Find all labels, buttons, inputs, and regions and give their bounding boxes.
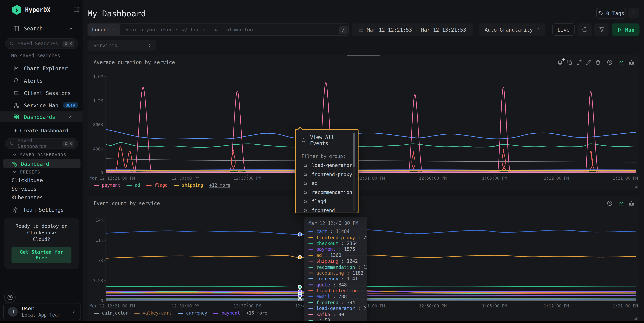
x-tick-label: 1:12:00 PM — [544, 176, 569, 180]
legend-item-ad[interactable]: ad — [126, 182, 140, 188]
query-language-select[interactable]: Lucene — [88, 24, 120, 35]
sidebar-item-dashboards[interactable]: Dashboards — [0, 111, 82, 122]
tooltip-series-name: frontend — [316, 300, 338, 305]
search-icon — [303, 172, 308, 177]
time-range-picker[interactable]: Mar 12 12:21:53 - Mar 12 13:21:53 — [352, 24, 473, 36]
y-tick-mark — [104, 77, 106, 77]
logo-text: HyperDX — [25, 6, 50, 14]
view-all-events-button[interactable]: View All Events — [296, 130, 358, 150]
refresh-button[interactable] — [578, 24, 592, 36]
promo-line2: Cloud? — [33, 236, 50, 242]
y-tick-mark — [104, 240, 106, 240]
granularity-label: Auto Granularity — [485, 27, 533, 33]
tooltip-row: fraud-detection: 788 — [308, 288, 363, 294]
edit-icon[interactable] — [586, 59, 592, 65]
legend-item-flagd[interactable]: flagd — [146, 182, 168, 188]
run-button[interactable]: Run — [612, 24, 640, 36]
live-button[interactable]: Live — [552, 24, 574, 36]
legend-item-currency[interactable]: currency — [178, 310, 207, 316]
legend-item-shipping[interactable]: shipping — [174, 182, 203, 188]
tooltip-series-name: accounting — [316, 270, 344, 276]
filter-group-item-ad[interactable]: ad — [296, 179, 358, 188]
funnel-icon — [598, 27, 604, 33]
granularity-select[interactable]: Auto Granularity — [479, 24, 545, 36]
tags-button[interactable]: 0 Tags — [596, 8, 626, 19]
time-range-label: Mar 12 12:21:53 - Mar 12 13:21:53 — [367, 27, 466, 33]
sidebar-item-chart-explorer[interactable]: Chart Explorer — [0, 63, 82, 73]
filter-button[interactable] — [594, 24, 609, 36]
services-filter-select[interactable]: Services — [88, 40, 156, 51]
tooltip-series-value: : 1242 — [341, 258, 358, 264]
legend-more-link[interactable]: +16 more — [246, 310, 267, 316]
collapse-sidebar-icon[interactable] — [73, 6, 80, 13]
line-chart-event-count[interactable] — [106, 217, 636, 300]
time-window-icon[interactable] — [607, 200, 613, 206]
panel-drag-handle[interactable] — [347, 55, 380, 56]
sidebar-item-alerts[interactable]: Alerts — [0, 76, 82, 85]
section-saved-dashboards[interactable]: SAVED DASHBOARDS — [0, 153, 66, 157]
filter-group-item-frontend-proxy[interactable]: frontend-proxy — [296, 170, 358, 179]
create-dashboard-button[interactable]: + Create Dashboard — [14, 128, 68, 134]
duplicate-icon[interactable] — [567, 59, 572, 65]
saved-dashboards-input[interactable]: Saved Dashboards ⌘ K — [5, 138, 78, 149]
tooltip-row: accounting: 1182 — [308, 270, 363, 276]
saved-searches-input[interactable]: Saved Searches ⌘ K — [5, 38, 78, 49]
x-tick-label: 1:21:00 PM — [613, 303, 638, 308]
sidebar-item-label: Chart Explorer — [24, 65, 68, 71]
sidebar-item-service-map[interactable]: Service Map BETA — [0, 100, 82, 110]
preset-services[interactable]: Services — [12, 186, 36, 192]
resize-handle[interactable] — [634, 185, 638, 188]
bar-chart-toggle-icon[interactable] — [628, 200, 634, 206]
line-chart-toggle-icon[interactable] — [618, 59, 624, 65]
filter-group-item-frontend[interactable]: frontend — [296, 206, 358, 215]
resize-handle[interactable] — [634, 316, 638, 320]
preset-clickhouse[interactable]: ClickHouse — [12, 177, 43, 183]
x-tick-label: Mar 12 12:21:00 PM — [90, 303, 135, 308]
series-other-6 — [106, 171, 636, 171]
preset-kubernetes[interactable]: Kubernetes — [12, 194, 43, 201]
sidebar-item-team-settings[interactable]: Team Settings — [0, 205, 82, 215]
x-tick-mark — [556, 302, 557, 304]
time-window-icon[interactable] — [607, 59, 613, 65]
sidebar-item-my-dashboard[interactable]: My Dashboard — [3, 159, 80, 168]
get-started-button[interactable]: Get Started for Free — [12, 247, 72, 263]
chevron-right-icon — [71, 309, 76, 314]
bar-chart-toggle-icon[interactable] — [628, 59, 634, 65]
play-icon — [617, 27, 622, 32]
filter-group-item-load-generator[interactable]: load-generator — [296, 161, 358, 170]
series-checkout — [106, 286, 636, 287]
x-tick-mark — [106, 302, 106, 304]
legend-item-payment[interactable]: payment — [213, 310, 240, 316]
y-tick-label: 7K — [88, 258, 103, 263]
logo[interactable]: HyperDX — [12, 5, 50, 15]
tooltip-series-dash — [308, 237, 314, 238]
tooltip-series-name: ad — [316, 252, 322, 258]
tooltip-series-dash — [308, 308, 314, 309]
y-tick-mark — [104, 300, 106, 301]
legend-dash — [213, 313, 218, 313]
help-button[interactable] — [4, 291, 16, 303]
legend-item-valkey-cart[interactable]: valkey-cart — [134, 310, 172, 316]
user-team: Local App Team — [22, 312, 60, 318]
legend-more-link[interactable]: +12 more — [209, 182, 230, 188]
popup-scrollbar-thumb[interactable] — [353, 133, 355, 167]
legend-dash — [94, 313, 99, 313]
legend-item-payment[interactable]: payment — [94, 182, 120, 188]
create-alert-icon[interactable]: + — [557, 59, 563, 65]
sidebar-item-client-sessions[interactable]: Client Sessions — [0, 88, 82, 98]
delete-icon[interactable] — [595, 59, 601, 65]
section-presets[interactable]: PRESETS — [0, 170, 40, 174]
x-tick-label: 12:58:00 PM — [419, 176, 446, 180]
more-menu-button[interactable] — [628, 8, 639, 19]
expand-icon[interactable] — [576, 59, 582, 65]
tooltip-series-dash — [308, 302, 314, 303]
sidebar-item-search[interactable]: Search — [0, 24, 82, 33]
filter-group-item-recommendation[interactable]: recommendation — [296, 188, 358, 197]
tooltip-series-dash — [308, 278, 314, 279]
user-menu[interactable]: U User Local App Team — [3, 303, 81, 320]
event-search-input[interactable] — [120, 24, 348, 35]
line-chart-toggle-icon[interactable] — [618, 200, 624, 206]
legend-item-cainjector[interactable]: cainjector — [94, 310, 128, 316]
filter-group-item-flagd[interactable]: flagd — [296, 197, 358, 206]
line-chart-average-duration[interactable] — [106, 77, 636, 173]
